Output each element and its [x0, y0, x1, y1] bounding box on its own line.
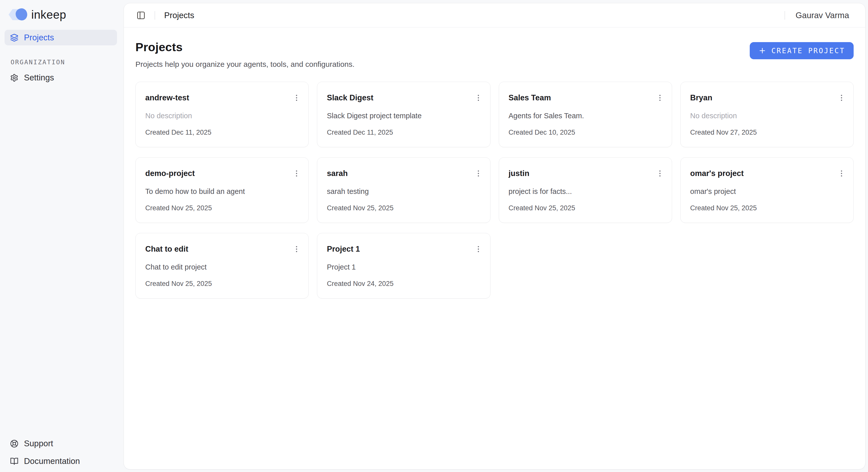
- project-card-description: omar's project: [690, 187, 847, 196]
- brand-logo: inkeep: [4, 7, 117, 22]
- sidebar-item-label: Projects: [24, 33, 54, 42]
- projects-grid: andrew-test No description Created Dec 1…: [135, 82, 854, 298]
- project-card-created: Created Nov 25, 2025: [509, 204, 665, 212]
- app-root: inkeep Projects ORGANIZATION: [0, 0, 868, 472]
- project-card-created: Created Dec 10, 2025: [509, 129, 665, 136]
- sidebar-item-label: Documentation: [24, 457, 80, 466]
- layers-icon: [10, 34, 19, 42]
- project-card[interactable]: sarah sarah testing Created Nov 25, 2025: [317, 157, 490, 223]
- project-card-header: justin: [509, 168, 665, 179]
- project-card-title: demo-project: [145, 169, 195, 178]
- header-right: Gaurav Varma: [784, 10, 849, 20]
- header-divider: [784, 11, 785, 20]
- project-card-header: omar's project: [690, 168, 847, 179]
- panel-left-icon: [136, 11, 146, 20]
- project-card[interactable]: Slack Digest Slack Digest project templa…: [317, 82, 490, 147]
- book-open-icon: [10, 457, 19, 466]
- kebab-menu-icon[interactable]: [836, 168, 847, 179]
- project-card-title: omar's project: [690, 169, 744, 178]
- project-card-header: andrew-test: [145, 93, 302, 103]
- kebab-menu-icon[interactable]: [291, 244, 302, 254]
- project-card[interactable]: demo-project To demo how to build an age…: [135, 157, 309, 223]
- project-card-created: Created Dec 11, 2025: [327, 129, 484, 136]
- project-card-created: Created Nov 25, 2025: [145, 280, 302, 288]
- project-card-description: To demo how to build an agent: [145, 187, 302, 196]
- kebab-menu-icon[interactable]: [473, 244, 484, 254]
- kebab-menu-icon[interactable]: [655, 168, 665, 179]
- project-card-description: sarah testing: [327, 187, 484, 196]
- project-card-header: demo-project: [145, 168, 302, 179]
- project-card-title: Bryan: [690, 93, 712, 102]
- kebab-menu-icon[interactable]: [291, 93, 302, 103]
- project-card-header: Project 1: [327, 244, 484, 254]
- kebab-menu-icon[interactable]: [473, 93, 484, 103]
- sidebar-item-settings[interactable]: Settings: [4, 70, 117, 86]
- project-card-title: Sales Team: [509, 93, 551, 102]
- content-header-text: Projects Projects help you organize your…: [135, 40, 354, 69]
- content-header: Projects Projects help you organize your…: [135, 40, 854, 69]
- project-card-title: sarah: [327, 169, 348, 178]
- project-card-description: Chat to edit project: [145, 263, 302, 271]
- sidebar-item-documentation[interactable]: Documentation: [4, 453, 117, 469]
- breadcrumb[interactable]: Projects: [164, 10, 194, 20]
- project-card-header: Bryan: [690, 93, 847, 103]
- project-card-header: Slack Digest: [327, 93, 484, 103]
- kebab-menu-icon[interactable]: [655, 93, 665, 103]
- project-card-created: Created Nov 24, 2025: [327, 280, 484, 288]
- project-card[interactable]: Project 1 Project 1 Created Nov 24, 2025: [317, 233, 490, 298]
- project-card-title: Slack Digest: [327, 93, 373, 102]
- project-card-title: Project 1: [327, 245, 360, 254]
- kebab-menu-icon[interactable]: [291, 168, 302, 179]
- kebab-menu-icon[interactable]: [836, 93, 847, 103]
- project-card-header: Chat to edit: [145, 244, 302, 254]
- project-card[interactable]: Chat to edit Chat to edit project Create…: [135, 233, 309, 298]
- project-card-description: No description: [690, 112, 847, 120]
- kebab-menu-icon[interactable]: [473, 168, 484, 179]
- inkeep-logo-icon: [8, 8, 27, 21]
- plus-icon: [758, 46, 766, 55]
- sidebar-item-label: Support: [24, 439, 53, 448]
- project-card-title: andrew-test: [145, 93, 189, 102]
- create-project-button[interactable]: CREATE PROJECT: [750, 42, 854, 59]
- page-content: Projects Projects help you organize your…: [124, 28, 865, 469]
- logo-blob-shape: [16, 8, 27, 21]
- project-card-title: justin: [509, 169, 530, 178]
- project-card-created: Created Nov 25, 2025: [327, 204, 484, 212]
- project-card-created: Created Nov 25, 2025: [145, 204, 302, 212]
- brand-name: inkeep: [31, 8, 66, 22]
- sidebar-footer: Support Documentation: [4, 436, 117, 469]
- project-card-created: Created Nov 25, 2025: [690, 204, 847, 212]
- main-panel: Projects Gaurav Varma Projects Projects …: [124, 3, 866, 470]
- project-card[interactable]: Sales Team Agents for Sales Team. Create…: [499, 82, 672, 147]
- gear-icon: [10, 74, 19, 82]
- sidebar-item-label: Settings: [24, 73, 54, 83]
- sidebar-item-support[interactable]: Support: [4, 436, 117, 451]
- sidebar: inkeep Projects ORGANIZATION: [0, 0, 124, 472]
- user-menu[interactable]: Gaurav Varma: [796, 10, 849, 20]
- panel-header: Projects Gaurav Varma: [124, 3, 865, 28]
- sidebar-nav: Projects: [4, 30, 117, 45]
- project-card-description: Project 1: [327, 263, 484, 271]
- project-card-description: Agents for Sales Team.: [509, 112, 665, 120]
- header-divider: [155, 11, 155, 20]
- project-card[interactable]: justin project is for facts... Created N…: [499, 157, 672, 223]
- create-project-label: CREATE PROJECT: [771, 46, 845, 55]
- sidebar-item-projects[interactable]: Projects: [4, 30, 117, 45]
- project-card-title: Chat to edit: [145, 245, 188, 254]
- page-title: Projects: [135, 40, 354, 54]
- project-card[interactable]: Bryan No description Created Nov 27, 202…: [680, 82, 854, 147]
- project-card-header: sarah: [327, 168, 484, 179]
- sidebar-toggle-button[interactable]: [136, 11, 146, 20]
- project-card-description: No description: [145, 112, 302, 120]
- project-card-created: Created Dec 11, 2025: [145, 129, 302, 136]
- page-subtitle: Projects help you organize your agents, …: [135, 60, 354, 69]
- project-card-created: Created Nov 27, 2025: [690, 129, 847, 136]
- project-card-header: Sales Team: [509, 93, 665, 103]
- sidebar-section-organization: ORGANIZATION: [10, 59, 117, 66]
- project-card-description: project is for facts...: [509, 187, 665, 196]
- life-buoy-icon: [10, 439, 19, 448]
- project-card-description: Slack Digest project template: [327, 112, 484, 120]
- project-card[interactable]: omar's project omar's project Created No…: [680, 157, 854, 223]
- project-card[interactable]: andrew-test No description Created Dec 1…: [135, 82, 309, 147]
